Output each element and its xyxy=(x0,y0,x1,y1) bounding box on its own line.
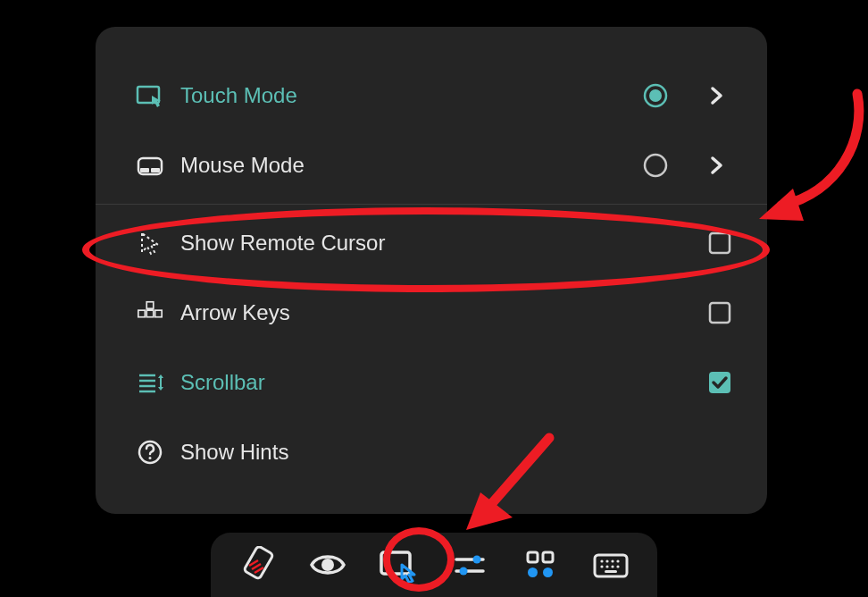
touch-mode-icon xyxy=(136,81,164,110)
radio-off-icon[interactable] xyxy=(642,152,669,179)
svg-point-43 xyxy=(612,565,614,568)
eraser-icon xyxy=(238,546,276,584)
menu-label: Mouse Mode xyxy=(180,153,642,178)
svg-point-39 xyxy=(612,559,614,562)
svg-point-35 xyxy=(543,568,553,577)
grid-icon xyxy=(523,548,557,582)
menu-item-touch-mode[interactable]: Touch Mode xyxy=(96,61,767,130)
menu-label: Show Remote Cursor xyxy=(180,231,706,256)
menu-item-scrollbar[interactable]: Scrollbar xyxy=(96,348,767,417)
svg-point-44 xyxy=(617,565,620,568)
toolbar-sliders-button[interactable] xyxy=(448,543,491,586)
arrow-keys-icon xyxy=(136,298,164,327)
toolbar-keyboard-button[interactable] xyxy=(589,543,632,586)
menu-item-show-remote-cursor[interactable]: Show Remote Cursor xyxy=(96,208,767,278)
svg-rect-33 xyxy=(543,552,553,562)
menu-label: Scrollbar xyxy=(180,370,706,395)
svg-point-2 xyxy=(649,89,662,102)
svg-point-37 xyxy=(601,559,604,562)
menu-item-mouse-mode[interactable]: Mouse Mode xyxy=(96,130,767,200)
checkbox-on-icon[interactable] xyxy=(706,369,733,396)
eye-icon xyxy=(308,545,347,584)
toolbar-eraser-button[interactable] xyxy=(236,543,279,586)
mouse-mode-icon xyxy=(136,151,164,180)
svg-rect-32 xyxy=(528,552,538,562)
svg-point-40 xyxy=(617,559,620,562)
svg-rect-8 xyxy=(146,302,154,309)
svg-point-6 xyxy=(645,155,666,176)
keyboard-icon xyxy=(592,549,630,581)
chevron-right-icon[interactable] xyxy=(701,80,733,112)
svg-point-26 xyxy=(321,559,334,571)
scrollbar-icon xyxy=(136,368,164,397)
svg-point-31 xyxy=(459,568,467,576)
svg-point-41 xyxy=(601,565,604,568)
svg-rect-10 xyxy=(138,310,146,317)
svg-point-29 xyxy=(472,556,480,564)
checkbox-off-icon[interactable] xyxy=(706,230,733,256)
menu-label: Arrow Keys xyxy=(180,300,706,325)
checkbox-off-icon[interactable] xyxy=(706,299,733,326)
sliders-icon xyxy=(452,547,488,583)
menu-item-show-hints[interactable]: Show Hints xyxy=(96,417,767,487)
bottom-toolbar xyxy=(211,533,657,597)
menu-label: Touch Mode xyxy=(180,83,642,108)
radio-on-icon[interactable] xyxy=(642,82,669,109)
divider xyxy=(96,204,767,205)
svg-rect-11 xyxy=(155,310,163,317)
toolbar-eye-button[interactable] xyxy=(306,543,349,586)
svg-rect-27 xyxy=(381,552,410,574)
cursor-dashed-icon xyxy=(136,229,164,257)
svg-rect-4 xyxy=(140,168,149,172)
svg-point-21 xyxy=(149,457,152,459)
svg-point-42 xyxy=(606,565,609,568)
svg-point-34 xyxy=(528,568,538,577)
menu-item-arrow-keys[interactable]: Arrow Keys xyxy=(96,278,767,348)
svg-rect-45 xyxy=(605,570,617,573)
screen-cursor-icon xyxy=(379,547,418,583)
svg-point-38 xyxy=(606,559,609,562)
menu-label: Show Hints xyxy=(180,440,733,465)
svg-rect-7 xyxy=(710,233,730,253)
svg-rect-5 xyxy=(151,168,160,172)
svg-rect-36 xyxy=(595,555,627,576)
svg-rect-22 xyxy=(243,546,272,579)
svg-rect-9 xyxy=(146,310,154,317)
toolbar-grid-button[interactable] xyxy=(519,543,562,586)
toolbar-cursor-panel-button[interactable] xyxy=(377,543,420,586)
chevron-right-icon[interactable] xyxy=(701,149,733,181)
settings-panel: Touch Mode Mouse Mode xyxy=(96,27,767,514)
svg-rect-13 xyxy=(710,303,730,323)
help-icon xyxy=(136,438,164,467)
svg-line-24 xyxy=(252,564,261,569)
